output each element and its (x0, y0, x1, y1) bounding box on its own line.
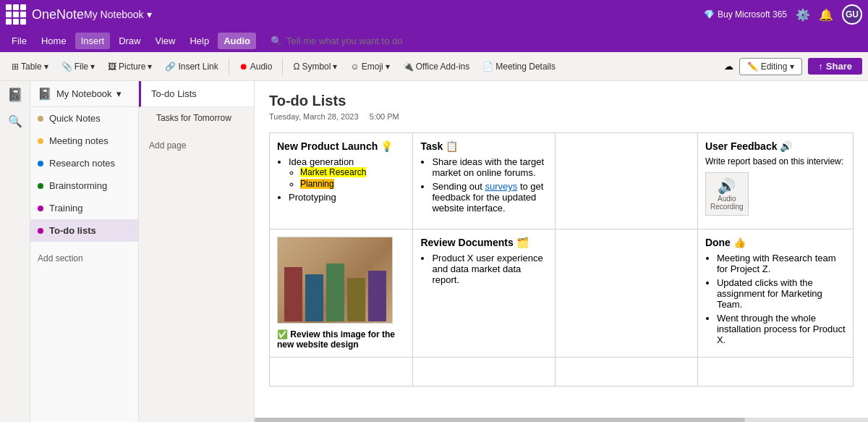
user-feedback-desc: Write report based on this interview: (705, 156, 846, 166)
notebook-icon-btn[interactable]: 📓 (7, 87, 23, 103)
app-launcher-button[interactable] (6, 4, 26, 25)
audio-button[interactable]: ⏺ Audio (234, 59, 278, 75)
done-item-3: Went through the whole installation proc… (717, 313, 846, 345)
review-docs-list: Product X user experience and data marke… (420, 253, 548, 285)
diamond-icon: 💎 (704, 9, 715, 20)
review-docs-item-1: Product X user experience and data marke… (432, 253, 548, 285)
buy-microsoft-button[interactable]: 💎 Buy Microsoft 365 (704, 9, 787, 20)
cell-new-product[interactable]: New Product Launch 💡 Idea generation Mar… (270, 133, 413, 229)
menu-home[interactable]: Home (35, 33, 72, 49)
section-training[interactable]: Training (30, 197, 138, 219)
notifications-button[interactable]: 🔔 (819, 8, 833, 22)
cell-bottom-2[interactable] (413, 358, 556, 387)
surveys-link[interactable]: surveys (485, 181, 517, 192)
quick-notes-dot (38, 116, 43, 122)
app-name: OneNote (32, 7, 84, 22)
menu-draw[interactable]: Draw (113, 33, 146, 49)
table-button[interactable]: ⊞ Table ▾ (6, 59, 54, 75)
cell-bottom-3[interactable] (556, 358, 698, 387)
notebook-header-label: My Notebook (56, 88, 112, 99)
main-layout: 📓 🔍 📓 My Notebook ▾ Quick Notes Meeting … (0, 81, 868, 422)
symbol-icon: Ω (293, 62, 299, 72)
cell-bottom-1[interactable] (270, 358, 413, 387)
picture-dropdown-icon: ▾ (148, 62, 152, 72)
filing-icon: 🗂️ (516, 237, 529, 248)
page-item-todo-lists[interactable]: To-do Lists (139, 81, 254, 107)
audio-recording-file[interactable]: 🔊 Audio Recording (705, 172, 749, 216)
review-image-label: ✅ Review this image for the new website … (277, 329, 405, 350)
horizontal-scrollbar[interactable] (255, 418, 868, 422)
file-button[interactable]: 📎 File ▾ (56, 59, 101, 75)
section-todo-lists[interactable]: To-do lists (30, 219, 138, 242)
task-item-2: Sending out surveys to get feedback for … (432, 181, 548, 214)
settings-button[interactable]: ⚙️ (796, 8, 810, 22)
menu-audio[interactable]: Audio (218, 33, 256, 49)
section-meeting-notes[interactable]: Meeting notes (30, 130, 138, 152)
search-icon: 🔍 (271, 35, 282, 46)
notebook-header[interactable]: 📓 My Notebook ▾ (30, 81, 138, 107)
section-quick-notes[interactable]: Quick Notes (30, 107, 138, 130)
notebook-name-label: My Notebook (84, 9, 143, 20)
share-button[interactable]: ↑ Share (808, 58, 862, 75)
book-image (277, 237, 393, 324)
symbol-dropdown-icon: ▾ (333, 62, 337, 72)
menu-view[interactable]: View (150, 33, 182, 49)
meeting-details-button[interactable]: 📄 Meeting Details (477, 59, 561, 75)
search-input[interactable] (286, 35, 431, 46)
table-icon: ⊞ (12, 62, 19, 72)
content-grid: New Product Launch 💡 Idea generation Mar… (269, 132, 854, 387)
section-brainstorming[interactable]: Brainstorming (30, 174, 138, 197)
menu-insert[interactable]: Insert (75, 33, 111, 49)
planning-item: Planning (300, 179, 405, 189)
avatar[interactable]: GU (842, 4, 862, 25)
audio-recording-label: Audio Recording (706, 195, 748, 211)
user-feedback-title: User Feedback 🔊 (705, 140, 846, 152)
idea-gen-subitems: Market Research Planning (289, 167, 405, 189)
section-research-notes[interactable]: Research notes (30, 152, 138, 174)
cell-empty-1[interactable] (556, 133, 698, 229)
symbol-button[interactable]: Ω Symbol ▾ (287, 59, 343, 75)
addins-icon: 🔌 (403, 62, 414, 72)
menu-bar: File Home Insert Draw View Help Audio 🔍 (0, 29, 868, 52)
content-area[interactable]: To-do Lists Tuesday, March 28, 2023 5:00… (255, 81, 868, 422)
attach-icon: 📎 (61, 62, 72, 72)
cell-review-docs[interactable]: Review Documents 🗂️ Product X user exper… (413, 229, 556, 358)
notebook-title-button[interactable]: My Notebook ▾ (84, 9, 704, 20)
emoji-button[interactable]: ☺ Emoji ▾ (344, 59, 395, 75)
add-section-button[interactable]: Add section (30, 242, 138, 275)
clipboard-icon: 📋 (446, 140, 458, 152)
idea-gen-item: Idea generation Market Research Planning (289, 156, 405, 189)
menu-file[interactable]: File (6, 33, 33, 49)
page-item-tasks-tomorrow[interactable]: Tasks for Tomorrow (139, 107, 254, 129)
done-title: Done 👍 (705, 237, 846, 248)
office-addins-button[interactable]: 🔌 Office Add-ins (397, 59, 475, 75)
toolbar: ⊞ Table ▾ 📎 File ▾ 🖼 Picture ▾ 🔗 Insert … (0, 52, 868, 81)
cell-task[interactable]: Task 📋 Share ideas with the target marke… (413, 133, 556, 229)
cell-bottom-4[interactable] (697, 358, 853, 387)
planning-label: Planning (300, 179, 334, 189)
share-icon: ↑ (818, 61, 823, 72)
cell-user-feedback[interactable]: User Feedback 🔊 Write report based on th… (697, 133, 853, 229)
insert-link-button[interactable]: 🔗 Insert Link (159, 59, 224, 75)
task-item-1: Share ideas with the target market on on… (432, 156, 548, 178)
market-research-label: Market Research (300, 167, 366, 177)
link-icon: 🔗 (165, 62, 176, 72)
editing-mode-button[interactable]: ✏️ Editing ▾ (739, 58, 803, 75)
meeting-icon: 📄 (482, 62, 493, 72)
page-title: To-do Lists (269, 93, 854, 109)
thumbs-up-icon: 👍 (733, 237, 746, 248)
toolbar-separator-1 (229, 58, 229, 75)
search-nav-icon[interactable]: 🔍 (8, 114, 22, 128)
page-content: To-do Lists Tuesday, March 28, 2023 5:00… (255, 81, 868, 422)
cell-empty-2[interactable] (556, 229, 698, 358)
cloud-icon: ☁ (724, 61, 733, 72)
new-product-list: Idea generation Market Research Planning (277, 156, 405, 203)
cell-book-image[interactable]: ✅ Review this image for the new website … (270, 229, 413, 358)
emoji-dropdown-icon: ▾ (386, 62, 390, 72)
speaker-icon: 🔊 (780, 140, 792, 152)
cell-done[interactable]: Done 👍 Meeting with Research team for Pr… (697, 229, 853, 358)
menu-help[interactable]: Help (184, 33, 215, 49)
picture-button[interactable]: 🖼 Picture ▾ (102, 59, 158, 75)
add-page-button[interactable]: Add page (139, 129, 254, 162)
notebook-list-icon: 📓 (38, 87, 52, 101)
